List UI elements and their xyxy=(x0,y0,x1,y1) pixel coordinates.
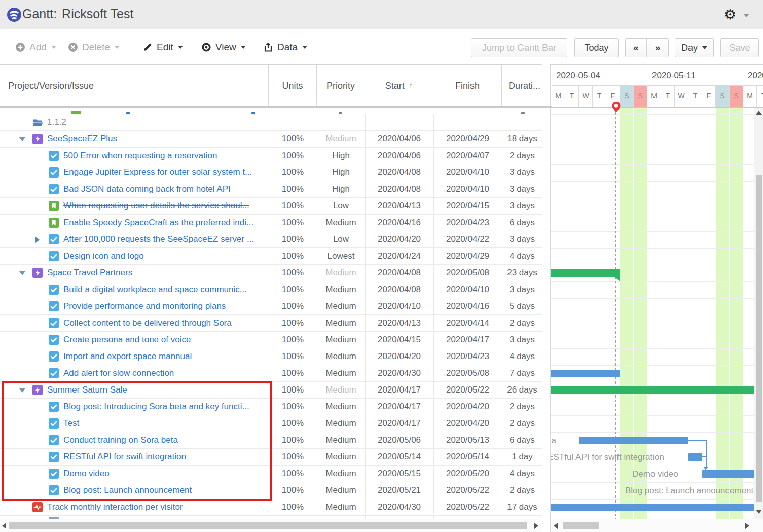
row-gridline xyxy=(551,516,763,516)
menu-edit[interactable]: Edit xyxy=(142,41,183,54)
day-button[interactable]: Day xyxy=(675,38,714,57)
duration-cell: 3 days xyxy=(502,181,542,197)
button-label: Today xyxy=(584,43,608,53)
issue-title[interactable]: Space Travel Partners xyxy=(47,265,267,281)
row-gridline xyxy=(551,449,763,449)
table-row: 500 Error when requesting a reservation1… xyxy=(0,148,542,164)
menu-label: View xyxy=(215,42,236,53)
column-header-units[interactable]: Units xyxy=(269,65,317,107)
task-icon xyxy=(49,251,59,261)
gantt-vertical-scrollbar[interactable] xyxy=(754,108,763,519)
issue-title[interactable]: Enable Speedy SpaceCraft as the preferre… xyxy=(63,215,267,231)
duration-cell: 3 days xyxy=(502,164,542,181)
row-gridline xyxy=(551,215,763,215)
row-gridline xyxy=(551,399,763,399)
expand-toggle-icon[interactable] xyxy=(35,237,40,243)
issue-title[interactable]: 1.1.2 xyxy=(47,114,267,130)
row-gridline xyxy=(551,499,763,500)
menu-add[interactable]: Add xyxy=(15,41,56,54)
issue-title[interactable]: Collect content to be delivered through … xyxy=(63,315,267,331)
issue-title[interactable]: Conduct training on Sora beta xyxy=(63,432,267,448)
horizontal-scroll-thumb[interactable] xyxy=(9,522,527,529)
column-header-start[interactable]: Start↑ xyxy=(365,65,433,107)
table-row: Create persona and tone of voice100%Medi… xyxy=(0,332,542,348)
prev-button[interactable]: « xyxy=(626,39,647,57)
issue-title[interactable]: Blog post: Launch announcement xyxy=(63,482,267,499)
gear-icon[interactable]: ⚙ xyxy=(724,6,736,23)
priority-cell: Medium xyxy=(317,432,365,448)
issue-title[interactable]: Summer Saturn Sale xyxy=(47,382,267,398)
menu-data[interactable]: Data xyxy=(263,41,307,54)
eye-icon xyxy=(201,42,211,52)
task-gantt-bar[interactable] xyxy=(551,370,620,377)
column-header-durati-[interactable]: Durati... xyxy=(502,65,542,107)
vertical-scroll-thumb[interactable] xyxy=(756,175,762,502)
issue-title[interactable]: After 100,000 requests the SeeSpaceEZ se… xyxy=(63,231,267,247)
scroll-left-arrow[interactable] xyxy=(554,523,558,529)
horizontal-scroll-thumb[interactable] xyxy=(563,522,599,529)
issue-title[interactable]: Blog post: Introducing Sora beta and key… xyxy=(63,399,267,415)
collapse-toggle-icon[interactable] xyxy=(19,388,25,393)
finish-cell: 2020/05/08 xyxy=(433,265,502,281)
issue-title[interactable]: Bad JSON data coming back from hotel API xyxy=(63,181,267,197)
nav-prev-next-buttons[interactable]: «» xyxy=(625,38,669,57)
scroll-left-arrow[interactable] xyxy=(2,523,6,529)
issue-title[interactable]: RESTful API for swift integration xyxy=(63,449,267,465)
task-gantt-bar[interactable] xyxy=(688,453,702,461)
task-icon xyxy=(49,485,59,495)
scroll-up-arrow[interactable] xyxy=(756,111,762,115)
next-button[interactable]: » xyxy=(647,39,668,57)
duration-cell: 18 days xyxy=(502,131,542,147)
epic-icon xyxy=(32,385,43,395)
collapse-toggle-icon[interactable] xyxy=(19,137,25,141)
row-gridline xyxy=(551,482,763,483)
issue-title[interactable]: Import and export space mannual xyxy=(63,348,267,365)
table-row: Provide performance and monitoring plans… xyxy=(0,298,542,315)
table-row: Space Travel Partners100%Medium2020/04/0… xyxy=(0,265,542,281)
epic-gantt-bar[interactable] xyxy=(551,269,620,277)
column-header-priority[interactable]: Priority xyxy=(317,65,365,107)
duration-cell: 3 days xyxy=(502,332,542,348)
table-pane: Project/Version/IssueUnitsPriorityStart↑… xyxy=(0,64,542,532)
issue-title[interactable]: 500 Error when requesting a reservation xyxy=(63,148,267,164)
start-cell: 2020/04/24 xyxy=(365,248,433,264)
issue-title[interactable]: Design icon and logo xyxy=(63,248,267,264)
table-row: Demo video100%Medium2020/05/152020/05/20… xyxy=(0,466,542,482)
today-pin-icon[interactable] xyxy=(611,101,621,115)
start-cell: 2020/04/06 xyxy=(365,131,433,147)
menu-view[interactable]: View xyxy=(201,41,246,54)
task-gantt-bar[interactable] xyxy=(579,437,688,444)
task-gantt-bar[interactable] xyxy=(551,504,763,511)
gantt-horizontal-scrollbar[interactable] xyxy=(551,519,763,532)
row-gridline xyxy=(551,365,763,366)
week-header: 2020-05-18 xyxy=(743,65,763,86)
collapse-toggle-icon[interactable] xyxy=(19,271,25,275)
task-icon xyxy=(49,335,59,345)
issue-title[interactable]: Provide performance and monitoring plans xyxy=(63,298,267,314)
today-button[interactable]: Today xyxy=(574,38,619,57)
epic-gantt-bar[interactable] xyxy=(551,386,763,394)
table-row: Design icon and logo100%Lowest2020/04/24… xyxy=(0,248,542,265)
menu-delete[interactable]: Delete xyxy=(68,41,120,54)
column-header-project-version-issue[interactable]: Project/Version/Issue xyxy=(0,65,269,107)
table-horizontal-scrollbar[interactable] xyxy=(0,519,542,532)
scroll-right-arrow[interactable] xyxy=(745,523,749,529)
issue-title[interactable]: Test xyxy=(63,415,267,432)
column-label: Durati... xyxy=(508,81,540,91)
duration-cell: 2 days xyxy=(502,315,542,331)
issue-title[interactable]: SeeSpaceEZ Plus xyxy=(47,131,267,147)
issue-title[interactable]: When requesting user details the service… xyxy=(63,198,267,214)
issue-title[interactable]: Demo video xyxy=(63,466,267,482)
column-header-finish[interactable]: Finish xyxy=(433,65,502,107)
issue-title[interactable]: Create persona and tone of voice xyxy=(63,332,267,348)
issue-title[interactable]: Build a digital workplace and space comm… xyxy=(63,281,267,298)
scroll-right-arrow[interactable] xyxy=(534,523,538,529)
chevron-down-icon[interactable] xyxy=(743,14,749,17)
issue-title[interactable]: Engage Jupiter Express for outer solar s… xyxy=(63,164,267,181)
task-icon xyxy=(49,435,59,445)
issue-title[interactable]: Add alert for slow connection xyxy=(63,365,267,381)
save-button[interactable]: Save xyxy=(720,38,759,57)
jump-to-gantt-bar-button[interactable]: Jump to Gantt Bar xyxy=(471,38,567,57)
issue-title[interactable]: Track monthly interaction per visitor xyxy=(47,499,267,515)
scroll-down-arrow[interactable] xyxy=(756,510,762,514)
